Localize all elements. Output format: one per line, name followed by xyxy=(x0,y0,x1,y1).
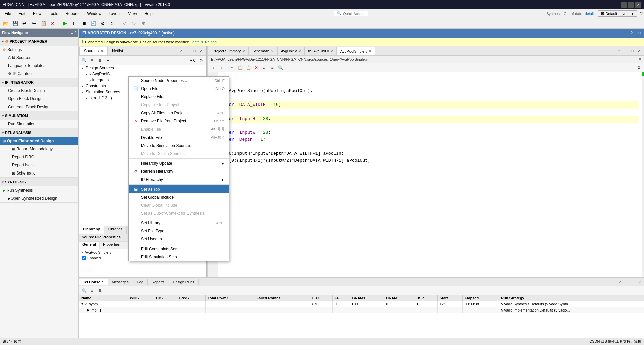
delete-button[interactable]: ✕ xyxy=(48,19,57,27)
header-minimize-btn[interactable]: ─ xyxy=(634,31,637,36)
code-content[interactable]: le AvgPoolSingle(aPoolIn,aPoolOut); mete… xyxy=(218,72,642,277)
ctx-open-file[interactable]: 📄 Open File Alt+O xyxy=(129,85,229,93)
layout-dropdown[interactable]: ⊞ Default Layout ▼ xyxy=(598,10,637,17)
ctx-refresh-hierarchy[interactable]: ↻ Refresh Hierarchy xyxy=(129,167,229,176)
file-path-close[interactable]: ✕ xyxy=(638,57,641,61)
code-copy-btn[interactable]: 📋 xyxy=(236,64,244,71)
tab-netlist[interactable]: Netlist xyxy=(108,47,127,55)
nav-item-schematic[interactable]: ⊞ Schematic xyxy=(0,169,78,177)
code-search-btn[interactable]: 🔍 xyxy=(277,64,284,71)
code-help-btn[interactable]: ? xyxy=(616,48,622,54)
tree-design-sources[interactable]: ▾ Design Sources xyxy=(79,65,206,71)
tab-minimize-btn[interactable]: ─ xyxy=(184,48,191,54)
tab-tb-avgunit-close[interactable]: ✕ xyxy=(330,49,333,53)
step-button[interactable]: ⏸ xyxy=(70,19,79,27)
tb-btn-5[interactable]: ◁ xyxy=(120,19,129,27)
nav-section-synth-header[interactable]: ▾ SYNTHESIS xyxy=(0,178,78,186)
copy-button[interactable]: 📋 xyxy=(39,19,48,27)
flow-nav-help-btn[interactable]: ? xyxy=(74,31,76,35)
code-maximize-btn[interactable]: □ xyxy=(629,48,635,54)
code-minimize-btn[interactable]: ─ xyxy=(623,48,629,54)
console-tab-tcl[interactable]: Tcl Console xyxy=(79,279,108,285)
console-minimize-btn[interactable]: ─ xyxy=(623,279,629,285)
tab-avgunit-close[interactable]: ✕ xyxy=(298,49,301,53)
nav-item-settings[interactable]: ⚙ Settings xyxy=(0,46,78,54)
collapse-all-btn[interactable]: ≡ xyxy=(88,57,96,64)
sort-btn[interactable]: ⇅ xyxy=(96,57,104,64)
ctx-replace-file[interactable]: Replace File... xyxy=(129,93,229,101)
header-maximize-btn[interactable]: □ xyxy=(638,31,641,36)
help-icon[interactable]: ? xyxy=(640,11,643,16)
code-paste-btn[interactable]: 📋 xyxy=(245,64,252,71)
minimize-button[interactable]: ─ xyxy=(621,2,627,8)
undo-button[interactable]: ↩ xyxy=(20,19,29,27)
menu-layout[interactable]: Layout xyxy=(105,11,124,17)
search-panel-btn[interactable]: 🔍 xyxy=(80,57,88,64)
code-cut-btn[interactable]: ✂ xyxy=(228,64,236,71)
console-collapse-btn[interactable]: ≡ xyxy=(88,287,96,294)
nav-item-add-sources[interactable]: Add Sources xyxy=(0,54,78,62)
nav-section-rtl-header[interactable]: ▾ RTL ANALYSIS xyxy=(0,128,78,137)
bottom-tab-hierarchy[interactable]: Hierarchy xyxy=(79,226,104,234)
console-search-btn[interactable]: 🔍 xyxy=(80,287,88,294)
tab-project-summary[interactable]: Project Summary ✕ xyxy=(209,47,249,55)
ctx-edit-simulation-sets[interactable]: Edit Simulation Sets... xyxy=(129,253,229,261)
console-expand-btn[interactable]: ⤢ xyxy=(637,279,643,285)
ctx-set-file-type[interactable]: Set File Type... xyxy=(129,227,229,235)
tb-btn-7[interactable]: ✱ xyxy=(139,19,148,27)
nav-item-run-synthesis[interactable]: ▶ Run Synthesis xyxy=(0,186,78,194)
redo-button[interactable]: ↪ xyxy=(30,19,38,27)
settings-button[interactable]: ⚙ xyxy=(98,19,107,27)
tb-btn-6[interactable]: ▷ xyxy=(129,19,138,27)
console-tab-messages[interactable]: Messages xyxy=(108,279,133,285)
ctx-move-to-sim[interactable]: Move to Simulation Sources xyxy=(129,142,229,150)
table-row[interactable]: ▶ impl_1 xyxy=(79,307,644,313)
ctx-source-node-props[interactable]: Source Node Properties... Ctrl+E xyxy=(129,77,229,85)
info-details-link[interactable]: details xyxy=(192,40,203,44)
ctx-set-as-top[interactable]: ▣ Set as Top xyxy=(129,185,229,193)
nav-item-open-block-design[interactable]: Open Block Design xyxy=(0,95,78,103)
ctx-set-library[interactable]: Set Library... Alt+L xyxy=(129,219,229,227)
props-tab-general[interactable]: General xyxy=(79,242,100,249)
code-editor[interactable]: le AvgPoolSingle(aPoolIn,aPoolOut); mete… xyxy=(208,72,644,277)
synthesis-details-link[interactable]: details xyxy=(585,12,596,16)
menu-tools[interactable]: Tools xyxy=(45,11,61,17)
nav-section-pm-header[interactable]: ▾ ⚙ PROJECT MANAGER xyxy=(0,37,78,46)
menu-file[interactable]: File xyxy=(1,11,14,17)
nav-item-create-block-design[interactable]: Create Block Design xyxy=(0,87,78,95)
sigma-button[interactable]: Σ xyxy=(108,19,116,27)
tab-project-summary-close[interactable]: ✕ xyxy=(242,49,245,53)
nav-item-generate-block-design[interactable]: Generate Block Design xyxy=(0,103,78,111)
ctx-disable-file[interactable]: Disable File Alt+减号 xyxy=(129,133,229,142)
menu-view[interactable]: View xyxy=(125,11,140,17)
menu-flow[interactable]: Flow xyxy=(30,11,45,17)
nav-item-language-templates[interactable]: Language Templates xyxy=(0,62,78,70)
maximize-button[interactable]: □ xyxy=(628,2,634,8)
tab-tb-avgunit[interactable]: tb_AvgUnit.v ✕ xyxy=(305,47,337,55)
bottom-tab-libraries[interactable]: Libraries xyxy=(104,226,127,234)
props-enabled-checkbox[interactable] xyxy=(82,256,86,260)
nav-item-report-methodology[interactable]: ⊞ Report Methodology xyxy=(0,145,78,153)
ctx-copy-all-files[interactable]: Copy All Files Into Project Alt+I xyxy=(129,109,229,117)
console-tab-log[interactable]: Log xyxy=(133,279,148,285)
nav-item-ip-catalog[interactable]: ⚙ IP Catalog xyxy=(0,70,78,78)
console-sort-btn[interactable]: ⇅ xyxy=(96,287,104,294)
console-help-btn[interactable]: ? xyxy=(616,279,623,285)
tab-avgpoolsingle[interactable]: AvgPoolSingle.v ✕ xyxy=(337,47,375,55)
sources-settings-btn[interactable]: ⚙ xyxy=(197,57,205,64)
header-help-btn[interactable]: ? xyxy=(631,31,633,36)
console-tab-design-runs[interactable]: Design Runs xyxy=(169,279,199,285)
flow-nav-pin-btn[interactable]: ≡ xyxy=(71,31,73,35)
table-row[interactable]: ▾ ✓ synth_1 xyxy=(79,301,644,307)
nav-section-ipi-header[interactable]: ▾ IP INTEGRATOR xyxy=(0,78,78,87)
info-reload-link[interactable]: Reload xyxy=(205,40,217,44)
run-button[interactable]: ▶ xyxy=(61,19,69,27)
close-button[interactable]: ✕ xyxy=(635,2,641,8)
code-settings-btn[interactable]: ⚙ xyxy=(635,64,643,71)
ctx-edit-constraints-sets[interactable]: Edit Constraints Sets... xyxy=(129,245,229,253)
tab-schematic-close[interactable]: ✕ xyxy=(271,49,274,53)
tab-help-btn[interactable]: ? xyxy=(178,48,184,54)
ctx-set-global-include[interactable]: Set Global Include xyxy=(129,193,229,201)
tab-sources[interactable]: Sources ✕ xyxy=(79,47,108,55)
code-expand-btn[interactable]: ⤢ xyxy=(636,48,642,54)
